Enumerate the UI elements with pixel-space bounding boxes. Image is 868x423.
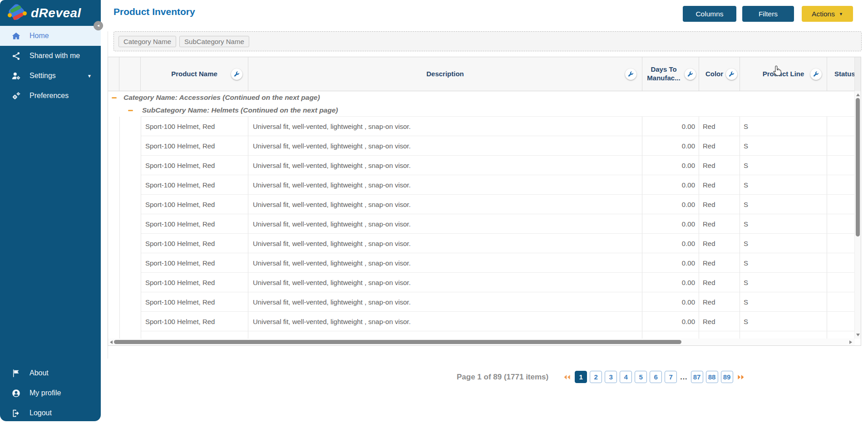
table-row[interactable]: Sport-100 Helmet, Red Universal fit, wel…: [108, 253, 861, 273]
cell-color: Red: [699, 331, 740, 339]
sidebar-item-my-profile[interactable]: My profile: [0, 383, 101, 403]
cell-days-to-manufacture: 0.00: [642, 117, 699, 136]
horizontal-scrollbar[interactable]: [108, 339, 855, 345]
table-row[interactable]: Sport-100 Helmet, Red Universal fit, wel…: [108, 312, 861, 331]
sidebar-footer: About My profile Logout: [0, 363, 101, 423]
dreveal-logo-icon: [6, 3, 27, 24]
cell-product-line: S: [740, 175, 827, 195]
column-header-product-name[interactable]: Product Name: [141, 57, 248, 91]
vertical-scrollbar-thumb[interactable]: [856, 98, 860, 236]
table-row[interactable]: Sport-100 Helmet, Red Universal fit, wel…: [108, 214, 861, 234]
table-row[interactable]: Sport-100 Helmet, Red Universal fit, wel…: [108, 117, 861, 136]
sidebar-nav: Home Shared with me Settings ▼ Preferenc…: [0, 26, 101, 106]
table-row[interactable]: Sport-100 Helmet, Red Universal fit, wel…: [108, 331, 861, 339]
pager-page-4[interactable]: 4: [620, 371, 632, 383]
column-header-product-line[interactable]: Product Line: [740, 57, 827, 91]
sidebar-item-settings[interactable]: Settings ▼: [0, 66, 101, 86]
table-row[interactable]: Sport-100 Helmet, Red Universal fit, wel…: [108, 234, 861, 253]
cell-description: Universal fit, well-vented, lightweight …: [248, 214, 642, 234]
columns-button[interactable]: Columns: [683, 6, 736, 22]
pager-prev-icon[interactable]: [563, 374, 571, 380]
actions-button[interactable]: Actions ▼: [802, 6, 853, 22]
column-header-description[interactable]: Description: [248, 57, 642, 91]
cell-days-to-manufacture: 0.00: [642, 273, 699, 292]
cell-color: Red: [699, 175, 740, 195]
table-row[interactable]: Sport-100 Helmet, Red Universal fit, wel…: [108, 195, 861, 214]
table-row[interactable]: Sport-100 Helmet, Red Universal fit, wel…: [108, 292, 861, 312]
cell-description: Universal fit, well-vented, lightweight …: [248, 175, 642, 195]
cell-product-line: S: [740, 253, 827, 273]
sidebar-item-logout[interactable]: Logout: [0, 403, 101, 423]
cell-days-to-manufacture: 0.00: [642, 292, 699, 312]
cell-color: Red: [699, 273, 740, 292]
cell-color: Red: [699, 234, 740, 253]
scroll-right-icon[interactable]: [849, 340, 852, 344]
logo-text: dReveal: [31, 6, 81, 20]
grid-header-row: Product Name Description Days To Manufac…: [108, 57, 861, 91]
filters-button[interactable]: Filters: [742, 6, 794, 22]
column-header-days-to-manufacture[interactable]: Days To Manufac...: [642, 57, 699, 91]
cell-color: Red: [699, 136, 740, 156]
cell-product-line: S: [740, 292, 827, 312]
table-row[interactable]: Sport-100 Helmet, Red Universal fit, wel…: [108, 273, 861, 292]
pager-page-5[interactable]: 5: [635, 371, 647, 383]
pager-page-88[interactable]: 88: [706, 371, 718, 383]
scroll-left-icon[interactable]: [110, 340, 113, 344]
column-settings-wrench-icon[interactable]: [810, 69, 822, 80]
vertical-scrollbar[interactable]: [854, 91, 861, 339]
home-icon: [11, 31, 21, 41]
pager-page-3[interactable]: 3: [605, 371, 617, 383]
scroll-up-icon[interactable]: [856, 93, 860, 96]
cell-description: Universal fit, well-vented, lightweight …: [248, 312, 642, 331]
table-row[interactable]: Sport-100 Helmet, Red Universal fit, wel…: [108, 136, 861, 156]
pagination-summary: Page 1 of 89 (1771 items): [457, 373, 548, 382]
sidebar-item-shared-with-me[interactable]: Shared with me: [0, 46, 101, 66]
cell-description: Universal fit, well-vented, lightweight …: [248, 292, 642, 312]
pager-page-89[interactable]: 89: [721, 371, 733, 383]
cell-product-name: Sport-100 Helmet, Red: [141, 136, 248, 156]
table-row[interactable]: Sport-100 Helmet, Red Universal fit, wel…: [108, 156, 861, 175]
app-logo[interactable]: dReveal: [0, 0, 101, 26]
collapse-group-icon[interactable]: [112, 97, 117, 98]
pager-page-6[interactable]: 6: [650, 371, 662, 383]
pager-page-2[interactable]: 2: [590, 371, 602, 383]
column-header-color[interactable]: Color: [699, 57, 740, 91]
pager-page-87[interactable]: 87: [691, 371, 703, 383]
group-chip-category-name[interactable]: Category Name: [118, 36, 176, 47]
column-settings-wrench-icon[interactable]: [685, 69, 696, 80]
pager-next-icon[interactable]: [737, 374, 745, 380]
header-gutter-1: [108, 57, 119, 91]
chevron-down-icon: ▼: [87, 74, 92, 79]
cell-description: Universal fit, well-vented, lightweight …: [248, 136, 642, 156]
cell-description: Universal fit, well-vented, lightweight …: [248, 331, 642, 339]
share-icon: [11, 51, 21, 61]
sidebar-item-about[interactable]: About: [0, 363, 101, 383]
cell-description: Universal fit, well-vented, lightweight …: [248, 117, 642, 136]
pager-ellipsis: ...: [680, 373, 687, 381]
column-settings-wrench-icon[interactable]: [231, 69, 242, 80]
pager-page-7[interactable]: 7: [665, 371, 677, 383]
group-chip-subcategory-name[interactable]: SubCategory Name: [179, 36, 249, 47]
product-inventory-grid: Product Name Description Days To Manufac…: [108, 57, 861, 346]
user-gear-icon: [11, 71, 21, 81]
horizontal-scrollbar-thumb[interactable]: [114, 340, 681, 344]
profile-icon: [11, 389, 21, 398]
cell-product-line: S: [740, 234, 827, 253]
pager-page-1[interactable]: 1: [575, 371, 587, 383]
scroll-down-icon[interactable]: [856, 334, 860, 336]
cell-days-to-manufacture: 0.00: [642, 156, 699, 175]
sidebar-item-preferences[interactable]: Preferences: [0, 86, 101, 106]
sidebar-item-home[interactable]: Home: [0, 26, 101, 46]
column-settings-wrench-icon[interactable]: [625, 69, 636, 80]
table-row[interactable]: Sport-100 Helmet, Red Universal fit, wel…: [108, 175, 861, 195]
column-settings-wrench-icon[interactable]: [726, 69, 737, 80]
cell-product-line: S: [740, 195, 827, 214]
collapse-group-icon[interactable]: [128, 110, 133, 111]
cell-days-to-manufacture: 0.00: [642, 175, 699, 195]
sidebar-item-label: Shared with me: [30, 52, 80, 60]
cell-product-name: Sport-100 Helmet, Red: [141, 117, 248, 136]
cell-description: Universal fit, well-vented, lightweight …: [248, 195, 642, 214]
sidebar-collapse-button[interactable]: ◄: [94, 21, 103, 30]
group-by-panel: Category Name SubCategory Name: [113, 31, 862, 51]
gutter-line: [141, 117, 141, 339]
